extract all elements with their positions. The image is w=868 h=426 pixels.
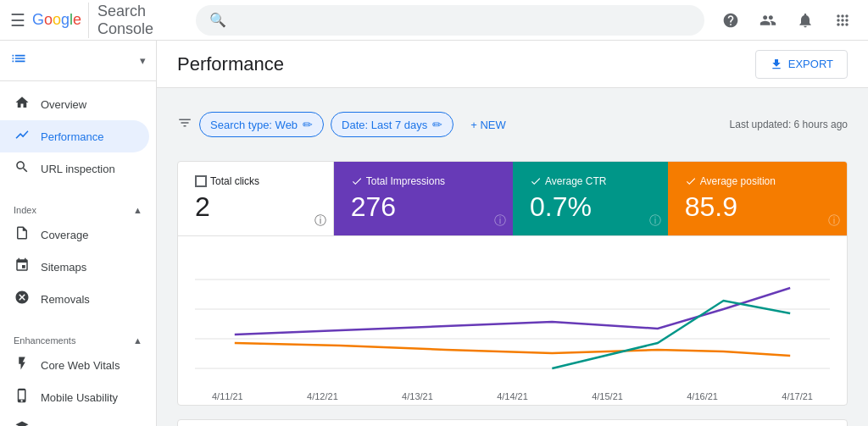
metric-total-impressions: Total Impressions 276 ⓘ — [334, 162, 513, 235]
tab-devices[interactable]: DEVICES — [440, 420, 526, 426]
metric-value-avg-ctr: 0.7% — [530, 192, 651, 222]
tab-countries[interactable]: COUNTRIES — [337, 420, 440, 426]
filter-icon[interactable] — [177, 115, 192, 134]
impressions-info-icon[interactable]: ⓘ — [494, 213, 506, 229]
chart-x-axis: 4/11/21 4/12/21 4/13/21 4/14/21 4/15/21 … — [195, 391, 830, 401]
index-section: Index ▲ Coverage Sitemaps Removals — [0, 191, 156, 322]
metric-label-total-clicks: Total clicks — [195, 175, 316, 187]
coverage-icon — [14, 225, 31, 244]
main-header: Performance EXPORT — [157, 41, 868, 88]
sidebar-item-removals[interactable]: Removals — [0, 283, 149, 315]
date-filter[interactable]: Date: Last 7 days ✏ — [331, 112, 453, 137]
sidebar-item-label-coverage: Coverage — [41, 229, 88, 241]
url-inspection-icon — [14, 159, 31, 178]
x-label-5: 4/16/21 — [687, 391, 718, 401]
search-bar[interactable]: 🔍 — [196, 5, 704, 36]
sidebar-item-label-performance: Performance — [41, 130, 103, 143]
page-title: Performance — [177, 53, 284, 75]
removals-icon — [14, 290, 31, 308]
sidebar: ▾ Overview Performance URL inspection — [0, 41, 157, 426]
index-section-label: Index ▲ — [0, 198, 156, 219]
new-filter-button[interactable]: + NEW — [460, 113, 516, 136]
bell-icon[interactable] — [790, 5, 821, 36]
metric-value-total-clicks: 2 — [195, 192, 316, 222]
header-actions — [715, 5, 858, 36]
metric-label-avg-position: Average position — [685, 175, 830, 187]
export-button[interactable]: EXPORT — [755, 50, 848, 79]
date-edit-icon[interactable]: ✏ — [432, 118, 442, 131]
x-label-3: 4/14/21 — [497, 391, 528, 401]
index-collapse-icon[interactable]: ▲ — [133, 205, 142, 215]
x-label-1: 4/12/21 — [307, 391, 338, 401]
help-icon[interactable] — [715, 5, 746, 36]
metrics-row: Total clicks 2 ⓘ Total Impressions 276 ⓘ — [178, 162, 847, 235]
home-icon — [14, 95, 31, 113]
property-selector[interactable]: ▾ — [0, 41, 156, 81]
x-label-6: 4/17/21 — [782, 391, 813, 401]
tab-search-appearance[interactable]: SEARCH APPEARANCE — [526, 420, 690, 426]
enhancements-section: Enhancements ▲ Core Web Vitals Mobile Us… — [0, 322, 156, 426]
property-icon — [10, 50, 27, 71]
metric-total-clicks: Total clicks 2 ⓘ — [178, 162, 334, 235]
search-input[interactable] — [233, 14, 691, 27]
avg-position-info-icon[interactable]: ⓘ — [828, 213, 840, 229]
avg-ctr-info-icon[interactable]: ⓘ — [649, 213, 661, 229]
sidebar-item-coverage[interactable]: Coverage — [0, 219, 149, 251]
enhancements-section-label: Enhancements ▲ — [0, 329, 156, 349]
mobile-usability-icon — [14, 388, 31, 407]
enhancements-collapse-icon[interactable]: ▲ — [133, 335, 142, 346]
sidebar-item-mobile-usability[interactable]: Mobile Usability — [0, 381, 149, 413]
metric-average-position: Average position 85.9 ⓘ — [668, 162, 847, 235]
sitemaps-icon — [14, 257, 31, 276]
sidebar-item-url-inspection[interactable]: URL inspection — [0, 152, 149, 185]
google-logo: Google — [32, 11, 81, 29]
filter-bar: Search type: Web ✏ Date: Last 7 days ✏ +… — [177, 102, 848, 147]
header-logo: ☰ Google Search Console — [10, 3, 186, 38]
tab-queries[interactable]: QUERIES — [178, 420, 264, 426]
sidebar-item-overview[interactable]: Overview — [0, 88, 149, 120]
metric-label-avg-ctr: Average CTR — [530, 175, 651, 187]
last-updated: Last updated: 6 hours ago — [730, 119, 848, 130]
content-area: Search type: Web ✏ Date: Last 7 days ✏ +… — [157, 88, 868, 426]
breadcrumbs-icon — [14, 420, 31, 426]
main-content: Performance EXPORT Search type: Web ✏ — [157, 41, 868, 426]
product-name-label: Search Console — [88, 3, 186, 38]
metric-label-impressions: Total Impressions — [351, 175, 496, 187]
search-type-filter[interactable]: Search type: Web ✏ — [199, 112, 324, 137]
metric-value-avg-position: 85.9 — [685, 192, 830, 222]
search-type-label: Search type: Web — [210, 119, 298, 131]
sidebar-item-breadcrumbs[interactable]: Breadcrumbs — [0, 413, 149, 426]
metrics-card: Total clicks 2 ⓘ Total Impressions 276 ⓘ — [177, 161, 848, 406]
sidebar-item-label-breadcrumbs: Breadcrumbs — [41, 423, 106, 427]
total-clicks-checkbox[interactable] — [195, 175, 207, 187]
tabs-header: QUERIES PAGES COUNTRIES DEVICES SEARCH A… — [178, 420, 847, 426]
x-label-0: 4/11/21 — [212, 391, 243, 401]
core-web-vitals-icon — [14, 356, 31, 374]
metric-average-ctr: Average CTR 0.7% ⓘ — [513, 162, 668, 235]
people-icon[interactable] — [753, 5, 783, 36]
total-clicks-info-icon[interactable]: ⓘ — [314, 213, 326, 229]
sidebar-item-label-removals: Removals — [41, 293, 90, 306]
tab-pages[interactable]: PAGES — [264, 420, 337, 426]
app-layout: ▾ Overview Performance URL inspection — [0, 41, 868, 426]
tabs-section: QUERIES PAGES COUNTRIES DEVICES SEARCH A… — [177, 419, 848, 426]
property-dropdown-icon: ▾ — [140, 54, 146, 67]
apps-icon[interactable] — [827, 5, 858, 36]
search-icon: 🔍 — [209, 12, 226, 28]
tab-dates[interactable]: DATES — [690, 420, 762, 426]
date-label: Date: Last 7 days — [342, 119, 427, 131]
main-nav: Overview Performance URL inspection — [0, 81, 156, 191]
sidebar-item-label-url-inspection: URL inspection — [41, 163, 115, 175]
sidebar-item-performance[interactable]: Performance — [0, 120, 149, 152]
sidebar-item-sitemaps[interactable]: Sitemaps — [0, 251, 149, 283]
search-type-edit-icon[interactable]: ✏ — [303, 118, 313, 131]
x-label-2: 4/13/21 — [402, 391, 433, 401]
filter-left: Search type: Web ✏ Date: Last 7 days ✏ +… — [177, 112, 516, 137]
sidebar-item-label-overview: Overview — [41, 98, 86, 111]
metric-value-impressions: 276 — [351, 192, 496, 222]
new-filter-label: + NEW — [470, 119, 506, 131]
sidebar-item-core-web-vitals[interactable]: Core Web Vitals — [0, 349, 149, 381]
hamburger-icon[interactable]: ☰ — [10, 10, 25, 30]
performance-icon — [14, 127, 31, 146]
sidebar-item-label-core-web-vitals: Core Web Vitals — [41, 359, 120, 372]
